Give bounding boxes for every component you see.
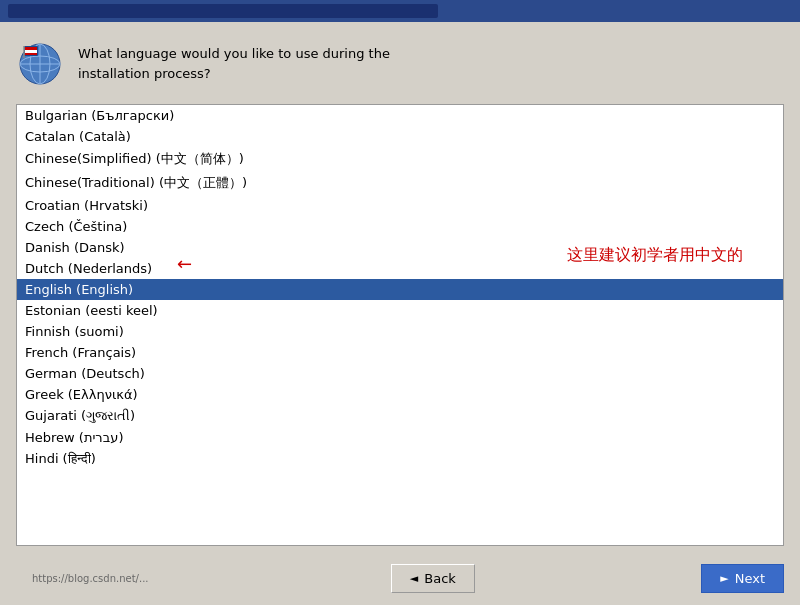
svg-rect-8 bbox=[25, 53, 37, 55]
language-list[interactable]: Bulgarian (Български)Catalan (Català)Chi… bbox=[17, 105, 783, 545]
language-list-container[interactable]: Bulgarian (Български)Catalan (Català)Chi… bbox=[16, 104, 784, 546]
list-item[interactable]: Bulgarian (Български) bbox=[17, 105, 783, 126]
back-label: Back bbox=[424, 571, 456, 586]
list-item[interactable]: Hindi (हिन्दी) bbox=[17, 448, 783, 470]
next-icon: ► bbox=[720, 572, 728, 585]
main-content: What language would you like to use duri… bbox=[0, 22, 800, 556]
bottom-bar: https://blog.csdn.net/... ◄ Back ► Next bbox=[0, 556, 800, 605]
list-item[interactable]: Chinese(Simplified) (中文（简体）) bbox=[17, 147, 783, 171]
list-item[interactable]: Catalan (Català) bbox=[17, 126, 783, 147]
header-section: What language would you like to use duri… bbox=[16, 34, 784, 94]
list-item[interactable]: Estonian (eesti keel) bbox=[17, 300, 783, 321]
list-item[interactable]: Finnish (suomi) bbox=[17, 321, 783, 342]
list-item[interactable]: English (English) bbox=[17, 279, 783, 300]
list-item[interactable]: Chinese(Traditional) (中文（正體）) bbox=[17, 171, 783, 195]
list-item[interactable]: Danish (Dansk) bbox=[17, 237, 783, 258]
back-button[interactable]: ◄ Back bbox=[391, 564, 475, 593]
list-item[interactable]: Croatian (Hrvatski) bbox=[17, 195, 783, 216]
next-label: Next bbox=[735, 571, 765, 586]
list-item[interactable]: Czech (Čeština) bbox=[17, 216, 783, 237]
list-item[interactable]: Hebrew (עברית) bbox=[17, 427, 783, 448]
svg-rect-6 bbox=[25, 47, 37, 50]
next-button[interactable]: ► Next bbox=[701, 564, 784, 593]
url-bar: https://blog.csdn.net/... bbox=[16, 571, 165, 586]
back-icon: ◄ bbox=[410, 572, 418, 585]
list-item[interactable]: Greek (Ελληνικά) bbox=[17, 384, 783, 405]
list-item[interactable]: German (Deutsch) bbox=[17, 363, 783, 384]
header-text: What language would you like to use duri… bbox=[78, 40, 390, 83]
top-bar bbox=[0, 0, 800, 22]
list-item[interactable]: French (Français) bbox=[17, 342, 783, 363]
list-item[interactable]: Dutch (Nederlands) bbox=[17, 258, 783, 279]
list-item[interactable]: Gujarati (ગુજરાતી) bbox=[17, 405, 783, 427]
svg-rect-7 bbox=[25, 50, 37, 53]
top-bar-progress bbox=[8, 4, 438, 18]
globe-icon bbox=[16, 40, 64, 88]
